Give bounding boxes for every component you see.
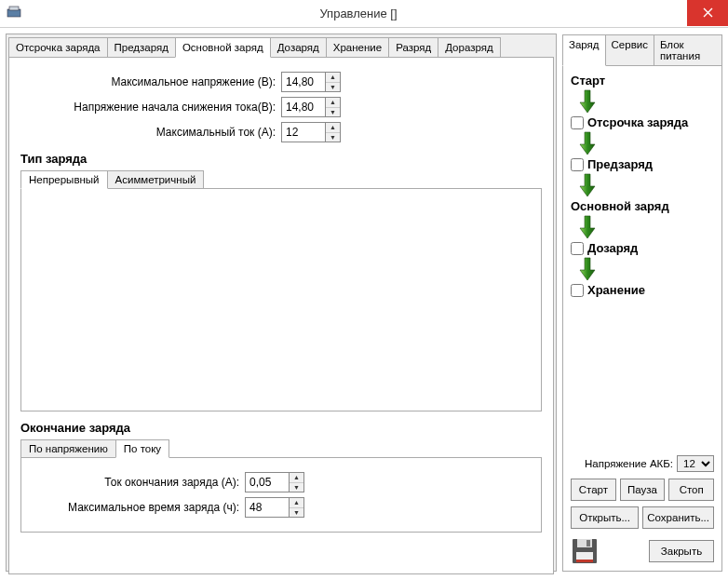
pause-button[interactable]: Пауза [620,479,666,501]
spinner-down-icon[interactable]: ▼ [290,508,303,518]
tab-5[interactable]: Разряд [388,37,438,58]
flow-checkbox-1[interactable] [571,158,584,171]
spinner-down-icon[interactable]: ▼ [326,133,340,142]
flow-step-4[interactable]: Хранение [571,283,714,297]
flow-step-3[interactable]: Дозаряд [571,241,714,255]
right-tab-2[interactable]: Блок питания [654,34,722,66]
max-voltage-spinner[interactable]: ▲▼ [281,72,341,92]
max-time-input[interactable] [246,498,289,517]
flow-checkbox-0[interactable] [571,116,584,129]
max-voltage-input[interactable] [282,73,325,91]
charge-type-heading: Тип заряда [20,152,542,166]
flow-checkbox-3[interactable] [571,242,584,255]
right-tab-0[interactable]: Заряд [562,34,606,66]
svg-rect-6 [576,560,593,562]
charge-type-content [20,188,542,411]
spinner-down-icon[interactable]: ▼ [326,83,340,92]
tab-1[interactable]: Предзаряд [107,37,176,58]
akb-select[interactable]: 12 [677,455,714,472]
max-current-label: Максимальный ток (А): [20,126,281,139]
akb-label: Напряжение АКБ: [585,458,673,469]
svg-rect-1 [9,7,19,10]
spinner-up-icon[interactable]: ▲ [326,123,340,133]
spinner-up-icon[interactable]: ▲ [290,498,303,508]
spinner-up-icon[interactable]: ▲ [290,473,303,483]
spinner-down-icon[interactable]: ▼ [326,108,340,117]
open-button[interactable]: Открыть... [571,506,639,529]
end-current-spinner[interactable]: ▲▼ [245,472,304,492]
charge-type-tab-0[interactable]: Непрерывный [20,170,108,189]
max-voltage-label: Максимальное напряжение (В): [20,75,281,88]
max-current-input[interactable] [282,123,325,142]
arrow-down-icon [578,215,714,239]
svg-rect-4 [586,540,590,546]
right-tab-1[interactable]: Сервис [605,34,654,66]
max-time-spinner[interactable]: ▲▼ [245,497,304,518]
tab-0[interactable]: Отсрочка заряда [8,37,108,58]
close-button[interactable]: Закрыть [649,540,714,562]
flow-start: Старт [571,74,714,88]
charge-type-tab-1[interactable]: Асимметричный [107,170,205,189]
floppy-icon [571,537,599,565]
save-button[interactable]: Сохранить... [642,506,714,529]
arrow-down-icon [578,173,714,197]
end-heading: Окончание заряда [20,421,542,435]
start-drop-voltage-input[interactable] [282,98,325,116]
start-drop-voltage-label: Напряжение начала снижения тока(В): [20,101,281,114]
window-title: Управление [] [30,7,687,20]
start-drop-voltage-spinner[interactable]: ▲▼ [281,97,341,117]
spinner-up-icon[interactable]: ▲ [326,98,340,108]
tab-3[interactable]: Дозаряд [270,37,327,58]
end-current-input[interactable] [246,473,289,492]
end-tab-0[interactable]: По напряжению [20,439,116,458]
tab-2[interactable]: Основной заряд [175,37,271,58]
tab-4[interactable]: Хранение [326,37,389,58]
spinner-up-icon[interactable]: ▲ [326,73,340,83]
tab-6[interactable]: Доразряд [438,37,500,58]
end-tab-1[interactable]: По току [115,439,169,458]
start-button[interactable]: Старт [571,479,616,501]
arrow-down-icon [578,89,714,114]
spinner-down-icon[interactable]: ▼ [290,483,303,492]
arrow-down-icon [578,131,714,155]
end-current-label: Ток окончания заряда (А): [31,476,245,489]
flow-checkbox-4[interactable] [571,284,584,297]
app-icon [6,5,24,23]
flow-step-2: Основной заряд [571,199,714,213]
close-window-button[interactable] [687,0,728,26]
max-time-label: Максимальное время заряда (ч): [31,501,245,514]
arrow-down-icon [578,257,714,281]
flow-step-0[interactable]: Отсрочка заряда [571,115,714,129]
flow-step-1[interactable]: Предзаряд [571,157,714,171]
stop-button[interactable]: Стоп [668,479,714,501]
max-current-spinner[interactable]: ▲▼ [281,122,341,142]
